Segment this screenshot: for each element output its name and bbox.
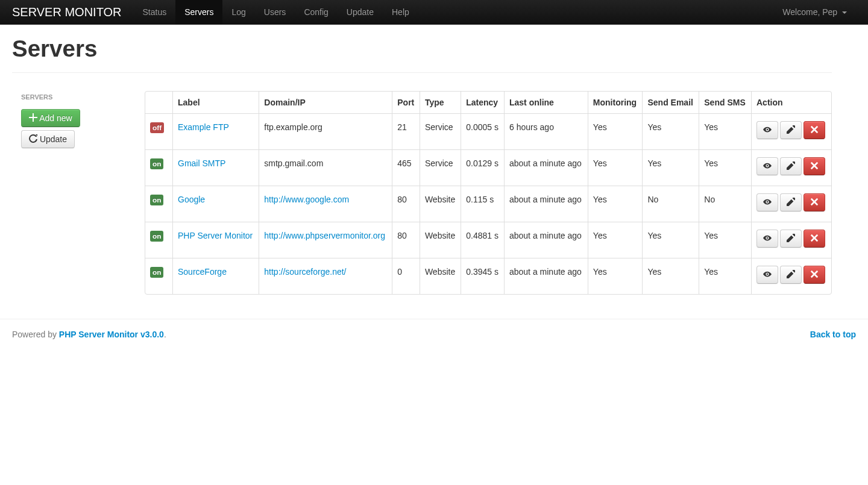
brand: SERVER MONITOR (12, 0, 134, 24)
delete-button[interactable] (804, 157, 825, 175)
view-button[interactable] (756, 157, 778, 175)
th-last-online: Last online (504, 92, 588, 113)
status-badge: on (150, 195, 163, 205)
pencil-icon (787, 161, 795, 170)
cell-send_sms: No (699, 186, 751, 222)
eye-icon (763, 234, 772, 242)
server-label-link[interactable]: PHP Server Monitor (178, 231, 253, 240)
cell-last_online: about a minute ago (504, 186, 588, 222)
server-label-link[interactable]: Gmail SMTP (178, 158, 225, 168)
cell-send_email: Yes (642, 222, 699, 258)
sidebar-header: SERVERS (12, 91, 133, 103)
server-label-link[interactable]: Example FTP (178, 122, 229, 132)
delete-button[interactable] (804, 266, 825, 284)
view-button[interactable] (756, 266, 778, 284)
delete-button[interactable] (804, 193, 825, 211)
th-action: Action (751, 92, 831, 113)
cell-send_email: No (642, 186, 699, 222)
nav-item-servers[interactable]: Servers (175, 0, 222, 24)
view-button[interactable] (756, 193, 778, 211)
pencil-icon (787, 234, 795, 242)
page-title: Servers (12, 37, 832, 61)
cell-type: Service (420, 113, 461, 149)
nav-user: Welcome, Pep (773, 0, 856, 24)
eye-icon (763, 198, 772, 206)
status-badge: off (150, 122, 164, 133)
edit-button[interactable] (780, 230, 802, 248)
th-type: Type (420, 92, 461, 113)
back-to-top-link[interactable]: Back to top (810, 328, 856, 340)
user-menu[interactable]: Welcome, Pep (773, 0, 856, 24)
view-button[interactable] (756, 230, 778, 248)
cell-send_email: Yes (642, 258, 699, 294)
nav-item-log[interactable]: Log (222, 0, 254, 24)
cell-latency: 0.115 s (461, 186, 504, 222)
cell-type: Website (420, 222, 461, 258)
action-group (756, 230, 826, 251)
eye-icon (763, 270, 772, 278)
table-row: onGmail SMTPsmtp.gmail.com465Service0.01… (145, 149, 831, 186)
cell-latency: 0.4881 s (461, 222, 504, 258)
cell-send_sms: Yes (699, 113, 751, 149)
cell-monitoring: Yes (588, 258, 643, 294)
status-badge: on (150, 158, 163, 169)
th-send-sms: Send SMS (699, 92, 751, 113)
table-row: onSourceForgehttp://sourceforge.net/0Web… (145, 258, 831, 294)
nav-item-help[interactable]: Help (383, 0, 418, 24)
cell-port: 21 (392, 113, 420, 149)
cell-port: 80 (392, 186, 420, 222)
server-label-link[interactable]: SourceForge (178, 267, 227, 277)
cell-port: 80 (392, 222, 420, 258)
remove-icon (810, 270, 819, 278)
domain-link[interactable]: http://www.google.com (264, 195, 349, 204)
cell-send_sms: Yes (699, 222, 751, 258)
pencil-icon (787, 198, 795, 206)
delete-button[interactable] (804, 121, 825, 139)
domain-text: ftp.example.org (259, 113, 392, 149)
edit-button[interactable] (780, 121, 802, 139)
th-domain: Domain/IP (259, 92, 392, 113)
edit-button[interactable] (780, 193, 802, 211)
cell-type: Service (420, 149, 461, 186)
nav-item-config[interactable]: Config (295, 0, 337, 24)
domain-link[interactable]: http://www.phpservermonitor.org (264, 231, 385, 240)
domain-link[interactable]: http://sourceforge.net/ (264, 267, 346, 277)
table-row: onGooglehttp://www.google.com80Website0.… (145, 186, 831, 222)
edit-button[interactable] (780, 157, 802, 175)
update-button[interactable]: Update (21, 130, 75, 148)
server-label-link[interactable]: Google (178, 195, 205, 204)
eye-icon (763, 125, 772, 134)
caret-down-icon (842, 11, 847, 14)
view-button[interactable] (756, 121, 778, 139)
th-status (145, 92, 172, 113)
remove-icon (810, 234, 819, 242)
pencil-icon (787, 125, 795, 134)
table-row: offExample FTPftp.example.org21Service0.… (145, 113, 831, 149)
cell-last_online: about a minute ago (504, 258, 588, 294)
powered-by-text: Powered by (12, 330, 59, 339)
sidebar: SERVERS Add new Update (12, 91, 145, 295)
welcome-label: Welcome, Pep (782, 7, 837, 17)
delete-button[interactable] (804, 230, 825, 248)
cell-monitoring: Yes (588, 186, 643, 222)
page-header: Servers (12, 37, 832, 73)
nav-item-status[interactable]: Status (134, 0, 176, 24)
th-port: Port (392, 92, 420, 113)
cell-type: Website (420, 186, 461, 222)
servers-table: Label Domain/IP Port Type Latency Last o… (145, 91, 832, 295)
eye-icon (763, 161, 772, 170)
status-badge: on (150, 231, 163, 242)
nav-item-update[interactable]: Update (338, 0, 383, 24)
cell-send_email: Yes (642, 113, 699, 149)
cell-monitoring: Yes (588, 149, 643, 186)
th-monitoring: Monitoring (588, 92, 643, 113)
th-latency: Latency (461, 92, 504, 113)
product-link[interactable]: PHP Server Monitor v3.0.0 (59, 330, 164, 339)
remove-icon (810, 198, 819, 206)
cell-send_sms: Yes (699, 149, 751, 186)
add-new-button[interactable]: Add new (21, 109, 80, 127)
table-row: onPHP Server Monitorhttp://www.phpserver… (145, 222, 831, 258)
edit-button[interactable] (780, 266, 802, 284)
cell-port: 465 (392, 149, 420, 186)
nav-item-users[interactable]: Users (255, 0, 295, 24)
